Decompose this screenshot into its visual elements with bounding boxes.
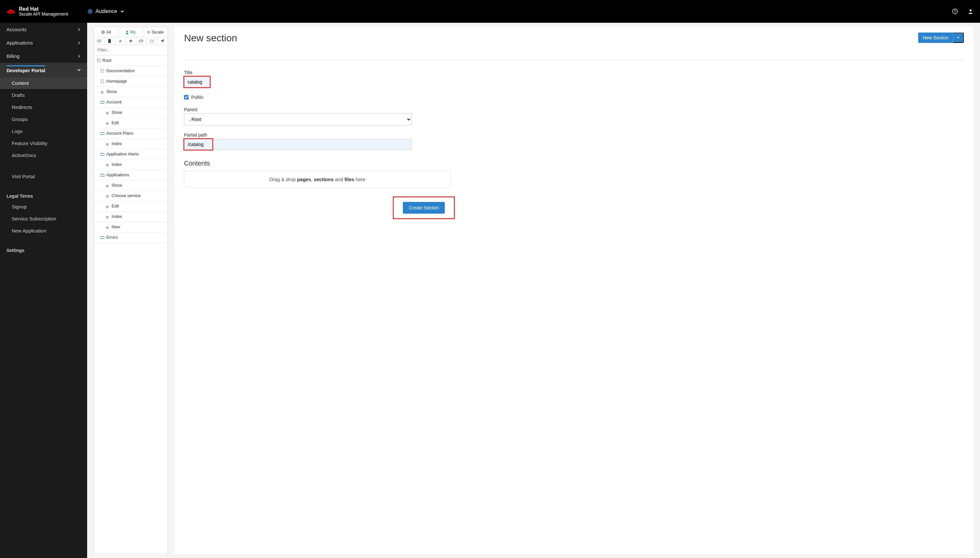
tree-node[interactable]: Index: [94, 138, 167, 149]
parent-select[interactable]: . Root: [184, 113, 411, 125]
tab-all[interactable]: All: [94, 27, 119, 37]
tab-3scale[interactable]: 3scale: [143, 27, 167, 37]
caret-down-icon: [957, 36, 960, 39]
partial-path-input[interactable]: [184, 139, 411, 150]
product-name: 3scale API Management: [19, 12, 68, 16]
sidebar-item-label: Accounts: [7, 27, 27, 32]
sidebar-sub-groups[interactable]: Groups: [0, 113, 87, 125]
settings-header: Settings: [0, 243, 87, 255]
help-icon[interactable]: ?: [952, 8, 958, 14]
page-title: New section: [184, 33, 237, 44]
tree-node[interactable]: Account Plans: [94, 128, 167, 138]
sidebar-item-label: Developer Portal: [7, 66, 45, 73]
sidebar-item-label: Billing: [7, 53, 20, 59]
gear-icon: [147, 30, 150, 34]
cms-tree: − Root DocumentationHomepageShowAccountS…: [94, 55, 167, 243]
cms-tree-panel: All My 3scale All: [93, 27, 168, 554]
filter-code-icon[interactable]: [136, 38, 147, 44]
redhat-logo-icon: [7, 8, 16, 15]
filter-attachment-icon[interactable]: [115, 38, 126, 44]
filter-partial-icon[interactable]: [126, 38, 136, 44]
contents-heading: Contents: [184, 160, 964, 167]
chevron-right-icon: [77, 28, 80, 31]
tree-node[interactable]: Errors: [94, 232, 167, 243]
sidebar-sub-drafts[interactable]: Drafts: [0, 89, 87, 101]
partial-path-label: Partial path: [184, 132, 964, 138]
tab-my[interactable]: My: [119, 27, 143, 37]
create-section-highlight: Create Section: [394, 197, 454, 218]
svg-point-2: [8, 10, 14, 12]
sidebar-sub-logo[interactable]: Logo: [0, 125, 87, 137]
parent-label: Parent: [184, 107, 964, 112]
sidebar-sub-redirects[interactable]: Redirects: [0, 101, 87, 113]
new-section-button-group: New Section: [918, 33, 964, 43]
sidebar-sub-new-application[interactable]: New Application: [0, 225, 87, 237]
user-icon: [126, 30, 129, 34]
svg-point-7: [126, 31, 128, 32]
filter-input[interactable]: [94, 45, 167, 55]
tree-node[interactable]: Edit: [94, 201, 167, 212]
chevron-down-icon: [120, 10, 124, 13]
tree-node[interactable]: Homepage: [94, 76, 167, 87]
tree-node[interactable]: Index: [94, 212, 167, 222]
radio-icon: [88, 9, 92, 14]
main-panel: New section New Section Title: [174, 27, 973, 554]
globe-icon: [101, 30, 105, 34]
sidebar-sub-activedocs[interactable]: ActiveDocs: [0, 149, 87, 161]
tree-node[interactable]: Edit: [94, 118, 167, 128]
sidebar-item-applications[interactable]: Applications: [0, 36, 87, 49]
title-input[interactable]: [184, 76, 210, 87]
svg-text:?: ?: [954, 10, 956, 13]
content-area: All My 3scale All: [87, 23, 980, 558]
sidebar-sub-content[interactable]: Content: [0, 77, 87, 89]
tree-root[interactable]: − Root: [94, 55, 167, 66]
tree-node[interactable]: Choose service: [94, 190, 167, 201]
public-checkbox[interactable]: [184, 95, 188, 100]
sidebar-sub-feature-visibility[interactable]: Feature Visibility: [0, 137, 87, 149]
create-section-button[interactable]: Create Section: [403, 202, 445, 213]
topbar: Red Hat 3scale API Management Audience ?: [0, 0, 980, 23]
new-section-button[interactable]: New Section: [918, 33, 953, 43]
tree-node[interactable]: Show: [94, 107, 167, 118]
public-label: Public: [191, 95, 203, 100]
sidebar-item-developer-portal[interactable]: Developer Portal: [0, 63, 87, 77]
collapse-icon[interactable]: −: [97, 59, 100, 62]
title-label: Title: [184, 70, 964, 75]
sidebar-item-accounts[interactable]: Accounts: [0, 23, 87, 36]
sidebar: Accounts Applications Billing Developer …: [0, 23, 87, 558]
new-section-dropdown[interactable]: [953, 33, 964, 43]
tree-node[interactable]: Applications: [94, 170, 167, 180]
svg-point-5: [970, 10, 972, 11]
user-icon[interactable]: [968, 8, 973, 14]
sidebar-item-billing[interactable]: Billing: [0, 49, 87, 63]
tree-node[interactable]: Show: [94, 87, 167, 97]
filter-plane-icon[interactable]: [157, 38, 167, 44]
legal-terms-header: Legal Terms: [0, 188, 87, 201]
filter-all[interactable]: All: [94, 38, 104, 44]
logo: Red Hat 3scale API Management: [7, 6, 68, 17]
tree-node[interactable]: Index: [94, 159, 167, 170]
tree-node[interactable]: Application Alerts: [94, 149, 167, 159]
brand-name: Red Hat: [19, 6, 68, 12]
tree-node[interactable]: Documentation: [94, 66, 167, 76]
sidebar-sub-service-subscription[interactable]: Service Subscription: [0, 213, 87, 225]
chevron-right-icon: [77, 41, 80, 44]
sidebar-sub-visit-portal[interactable]: Visit Portal: [0, 171, 87, 182]
context-label: Audience: [96, 8, 117, 14]
context-selector[interactable]: Audience: [88, 8, 125, 14]
chevron-down-icon: [77, 68, 80, 72]
chevron-right-icon: [77, 55, 80, 58]
tree-node[interactable]: New: [94, 222, 167, 232]
tree-node[interactable]: Show: [94, 180, 167, 190]
sidebar-item-label: Applications: [7, 40, 33, 46]
sidebar-sub-signup[interactable]: Signup: [0, 201, 87, 213]
tree-node[interactable]: Account: [94, 97, 167, 107]
filter-folder-icon[interactable]: [147, 38, 157, 44]
filter-page-icon[interactable]: [104, 38, 115, 44]
contents-dropzone[interactable]: Drag & drop pages, sections and files he…: [184, 171, 451, 188]
